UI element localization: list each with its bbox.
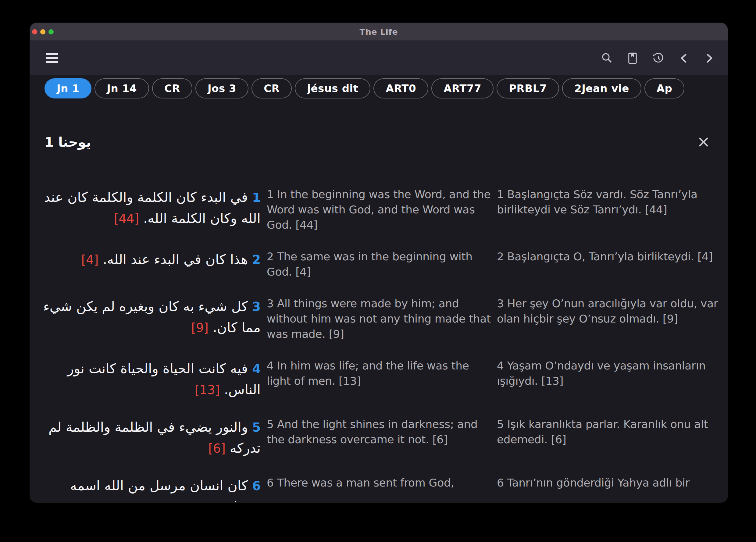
tab-prbl7[interactable]: PRBL7: [497, 78, 559, 98]
verse-number: 6: [252, 479, 261, 493]
cross-reference[interactable]: [9]: [191, 321, 209, 335]
verse-text: كان انسان مرسل من الله اسمه يوحنا.: [70, 478, 261, 502]
verse-text: والنور يضيء في الظلمة والظلمة لم تدركه: [48, 419, 261, 456]
verse-3-arabic[interactable]: 3كل شيء به كان وبغيره لم يكن شيء مما كان…: [40, 296, 261, 338]
verse-3-turkish[interactable]: 3 Her şey O’nun aracılığıyla var oldu, v…: [497, 296, 721, 326]
window-title: The Life: [30, 27, 728, 37]
back-icon[interactable]: [677, 52, 690, 65]
verse-4-turkish[interactable]: 4 Yaşam O’ndaydı ve yaşam insanların ışı…: [497, 358, 721, 389]
verse-6-turkish[interactable]: 6 Tanrı’nın gönderdiği Yahya adlı bir: [497, 475, 721, 490]
verse-6-english[interactable]: 6 There was a man sent from God,: [267, 475, 491, 490]
verse-table: 1في البدء كان الكلمة والكلمة كان عند الل…: [30, 187, 728, 502]
tab-jn-14[interactable]: Jn 14: [95, 78, 149, 98]
tab-ap[interactable]: Ap: [644, 78, 685, 98]
cross-reference[interactable]: [6]: [208, 441, 226, 455]
verse-number: 5: [252, 420, 261, 434]
verse-5-english[interactable]: 5 And the light shines in darkness; and …: [267, 417, 491, 447]
history-icon[interactable]: [651, 52, 665, 65]
tab-art77[interactable]: ART77: [431, 78, 494, 98]
menu-icon[interactable]: [45, 52, 59, 65]
tab-jesus-dit[interactable]: jésus dit: [295, 78, 370, 98]
toolbar-right: [600, 52, 716, 65]
verse-row: 4فيه كانت الحياة والحياة كانت نور الناس.…: [40, 358, 712, 400]
verse-number: 2: [252, 253, 261, 267]
verse-row: 6كان انسان مرسل من الله اسمه يوحنا. 6 Th…: [40, 475, 712, 502]
verse-2-turkish[interactable]: 2 Başlangıçta O, Tanrı’yla birlikteydi. …: [497, 249, 721, 264]
verse-row: 3كل شيء به كان وبغيره لم يكن شيء مما كان…: [40, 296, 712, 342]
verse-number: 1: [252, 191, 261, 205]
cross-reference[interactable]: [13]: [195, 383, 220, 397]
verse-number: 3: [252, 300, 261, 314]
verse-text: هذا كان في البدء عند الله.: [103, 251, 248, 267]
chapter-title: يوحنا 1: [45, 134, 91, 150]
desktop: { "window": { "title": "The Life", "traf…: [0, 0, 756, 542]
verse-2-english[interactable]: 2 The same was in the beginning with God…: [267, 249, 491, 280]
tab-cr-1[interactable]: CR: [152, 78, 192, 98]
tab-jn-1[interactable]: Jn 1: [45, 78, 91, 98]
tab-2jean-vie[interactable]: 2Jean vie: [562, 78, 641, 98]
verse-5-arabic[interactable]: 5والنور يضيء في الظلمة والظلمة لم تدركه …: [40, 417, 261, 459]
verse-1-english[interactable]: 1 In the beginning was the Word, and the…: [267, 187, 491, 233]
verse-4-english[interactable]: 4 In him was life; and the life was the …: [267, 358, 491, 389]
verse-1-turkish[interactable]: 1 Başlangıçta Söz vardı. Söz Tanrı’yla b…: [497, 187, 721, 217]
verse-row: 2هذا كان في البدء عند الله. [4] 2 The sa…: [40, 249, 712, 280]
verse-text: كل شيء به كان وبغيره لم يكن شيء مما كان.: [43, 298, 261, 335]
cross-reference[interactable]: [4]: [81, 253, 99, 267]
verse-text: في البدء كان الكلمة والكلمة كان عند الله…: [44, 189, 261, 226]
content-header: يوحنا 1: [30, 134, 728, 150]
tab-jos-3[interactable]: Jos 3: [195, 78, 248, 98]
tab-bar: Jn 1 Jn 14 CR Jos 3 CR jésus dit ART0 AR…: [30, 78, 728, 98]
verse-6-arabic[interactable]: 6كان انسان مرسل من الله اسمه يوحنا.: [40, 475, 261, 502]
search-icon[interactable]: [600, 52, 614, 65]
verse-5-turkish[interactable]: 5 Işık karanlıkta parlar. Karanlık onu a…: [497, 417, 721, 447]
tab-cr-2[interactable]: CR: [251, 78, 292, 98]
cross-reference[interactable]: [44]: [114, 212, 139, 226]
verse-row: 1في البدء كان الكلمة والكلمة كان عند الل…: [40, 187, 712, 233]
verse-row: 5والنور يضيء في الظلمة والظلمة لم تدركه …: [40, 417, 712, 459]
verse-2-arabic[interactable]: 2هذا كان في البدء عند الله. [4]: [40, 249, 261, 270]
tab-art0[interactable]: ART0: [373, 78, 428, 98]
verse-1-arabic[interactable]: 1في البدء كان الكلمة والكلمة كان عند الل…: [40, 187, 261, 229]
verse-4-arabic[interactable]: 4فيه كانت الحياة والحياة كانت نور الناس.…: [40, 358, 261, 400]
bookmark-icon[interactable]: [626, 52, 639, 65]
verse-3-english[interactable]: 3 All things were made by him; and witho…: [267, 296, 491, 342]
app-window: The Life: [30, 23, 728, 502]
toolbar: [30, 41, 728, 75]
titlebar: The Life: [30, 23, 728, 41]
verse-text: فيه كانت الحياة والحياة كانت نور الناس.: [67, 361, 261, 397]
verse-number: 4: [252, 362, 261, 376]
close-icon[interactable]: [698, 136, 709, 148]
forward-icon[interactable]: [703, 52, 716, 65]
